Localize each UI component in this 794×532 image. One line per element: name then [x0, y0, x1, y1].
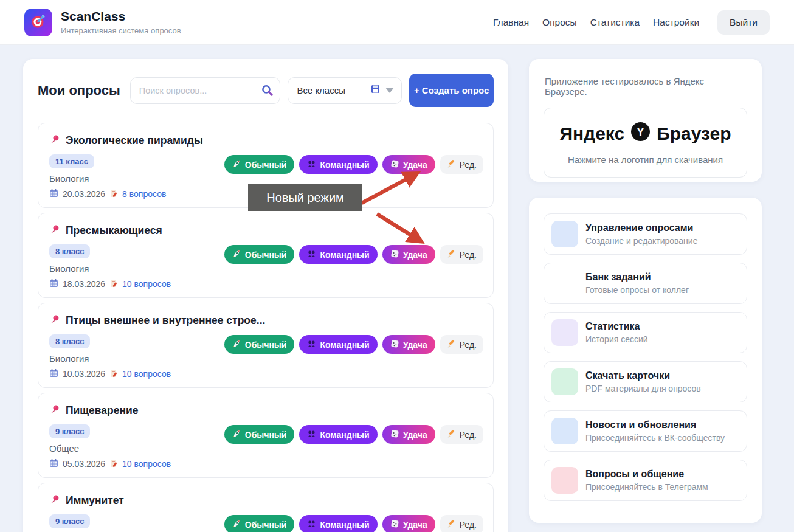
luck-mode-button[interactable]: Удача	[382, 155, 435, 174]
class-filter-select[interactable]: Все классы	[288, 77, 402, 104]
pin-icon	[49, 224, 60, 237]
edit-pencil-icon	[447, 519, 456, 530]
team-mode-button[interactable]: Командный	[299, 515, 377, 532]
luck-mode-button[interactable]: Удача	[382, 335, 435, 354]
dice-icon	[390, 339, 399, 350]
feature-card[interactable]: NEW Скачать карточки PDF материалы для о…	[544, 361, 747, 402]
luck-mode-button[interactable]: Удача	[382, 425, 435, 444]
pin-icon	[49, 494, 60, 507]
survey-actions: Обычный Командный	[224, 515, 483, 532]
feature-subtitle: Готовые опросы от коллег	[585, 285, 689, 295]
survey-subject: Общее	[49, 443, 482, 454]
nav-settings[interactable]: Настройки	[653, 17, 699, 28]
edit-button[interactable]: Ред.	[440, 335, 483, 354]
class-badge: 11 класс	[49, 154, 94, 168]
survey-title: Иммунитет	[66, 494, 124, 507]
survey-subject: Биология	[49, 353, 482, 364]
survey-questions-link[interactable]: 8 вопросов	[122, 189, 166, 199]
edit-button[interactable]: Ред.	[440, 155, 483, 174]
survey-questions-link[interactable]: 10 вопросов	[122, 369, 171, 379]
survey-subject: Биология	[49, 173, 482, 184]
team-people-icon	[307, 519, 316, 530]
survey-actions: Обычный Командный	[224, 245, 483, 264]
team-mode-button[interactable]: Командный	[299, 245, 377, 264]
luck-mode-button[interactable]: Удача	[382, 245, 435, 264]
class-badge: 8 класс	[49, 334, 90, 348]
survey-card: Птицы внешнее и внутреннее строе... 8 кл…	[38, 303, 494, 388]
feature-card[interactable]: NEW Новости и обновления Присоединяйтесь…	[544, 410, 747, 452]
feature-card[interactable]: NEW Банк заданий Готовые опросы от колле…	[544, 263, 747, 304]
feature-card[interactable]: NEW Вопросы и общение Присоединяйтесь в …	[544, 460, 747, 501]
yandex-download-hint: Нажмите на логотип для скачивания	[550, 154, 740, 165]
feature-icon: NEW	[551, 467, 578, 494]
normal-mode-button[interactable]: Обычный	[224, 515, 295, 532]
floppy-icon	[371, 85, 380, 96]
calendar-icon	[49, 458, 58, 469]
search-box	[130, 77, 281, 104]
nav-surveys[interactable]: Опросы	[542, 17, 577, 28]
survey-questions-link[interactable]: 10 вопросов	[122, 279, 171, 289]
normal-mode-button[interactable]: Обычный	[224, 155, 295, 174]
browser-note-text: Приложение тестировалось в Яндекс Браузе…	[545, 76, 747, 97]
pin-icon	[49, 404, 60, 417]
team-people-icon	[307, 159, 316, 170]
app-title: ScanClass	[61, 9, 181, 24]
search-icon	[261, 84, 274, 99]
team-mode-button[interactable]: Командный	[299, 425, 377, 444]
team-people-icon	[307, 339, 316, 350]
feature-title: Статистика	[585, 321, 648, 332]
feature-card[interactable]: NEW Статистика История сессий	[544, 312, 747, 353]
team-mode-button[interactable]: Командный	[299, 155, 377, 174]
feature-icon: NEW	[551, 368, 578, 395]
feature-card[interactable]: NEW Управление опросами Создание и редак…	[544, 213, 747, 255]
search-input[interactable]	[130, 77, 281, 104]
nav-home[interactable]: Главная	[493, 17, 529, 28]
edit-button[interactable]: Ред.	[440, 515, 483, 532]
survey-questions-link[interactable]: 10 вопросов	[122, 459, 171, 469]
brand-block: ScanClass Интерактивная система опросов	[61, 9, 181, 35]
browser-note-panel: Приложение тестировалось в Яндекс Браузе…	[529, 59, 762, 182]
normal-mode-button[interactable]: Обычный	[224, 245, 295, 264]
calendar-icon	[49, 278, 58, 289]
feature-icon: NEW	[551, 319, 578, 346]
surveys-toolbar: Мои опросы Все классы + Создать опрос	[38, 74, 494, 107]
feature-title: Скачать карточки	[585, 370, 701, 381]
feature-icon: NEW	[551, 418, 578, 444]
feature-subtitle: Создание и редактирование	[585, 236, 697, 246]
edit-button[interactable]: Ред.	[440, 245, 483, 264]
feature-title: Вопросы и общение	[585, 469, 708, 480]
target-dart-icon	[30, 13, 47, 32]
luck-mode-button[interactable]: Удача	[382, 515, 435, 532]
dropdown-arrow-icon	[385, 88, 394, 93]
feature-title: Новости и обновления	[585, 420, 725, 430]
features-panel: NEW Управление опросами Создание и редак…	[529, 198, 762, 523]
survey-date: 18.03.2026	[63, 279, 105, 289]
svg-text:Y: Y	[637, 125, 644, 138]
feature-icon: NEW	[551, 270, 578, 297]
questions-memo-icon	[109, 279, 118, 289]
dice-icon	[390, 249, 399, 260]
new-mode-annotation: Новый режим	[248, 184, 362, 211]
yandex-browser-download[interactable]: Яндекс Y Браузер Нажмите на логотип для …	[544, 108, 747, 178]
class-badge: 9 класс	[49, 424, 90, 438]
my-surveys-panel: Мои опросы Все классы + Создать опрос	[23, 59, 508, 532]
class-filter-value: Все классы	[297, 85, 371, 95]
app-tagline: Интерактивная система опросов	[61, 26, 181, 35]
team-mode-button[interactable]: Командный	[299, 335, 377, 354]
nav-statistics[interactable]: Статистика	[590, 17, 640, 28]
feature-subtitle: PDF материалы для опросов	[585, 384, 701, 393]
logout-button[interactable]: Выйти	[717, 10, 770, 35]
pin-icon	[49, 314, 60, 327]
yandex-brand-left: Яндекс	[559, 123, 624, 144]
survey-title: Пресмыкающиеся	[66, 224, 162, 237]
team-people-icon	[307, 249, 316, 260]
normal-mode-button[interactable]: Обычный	[224, 335, 295, 354]
edit-button[interactable]: Ред.	[440, 425, 483, 444]
create-survey-button[interactable]: + Создать опрос	[409, 74, 494, 107]
feature-subtitle: История сессий	[585, 334, 648, 344]
survey-date: 20.03.2026	[63, 189, 105, 199]
class-badge: 9 класс	[49, 514, 90, 528]
rocket-icon	[232, 519, 241, 530]
survey-card: Пресмыкающиеся 8 класс Биология	[38, 213, 494, 298]
normal-mode-button[interactable]: Обычный	[224, 425, 295, 444]
